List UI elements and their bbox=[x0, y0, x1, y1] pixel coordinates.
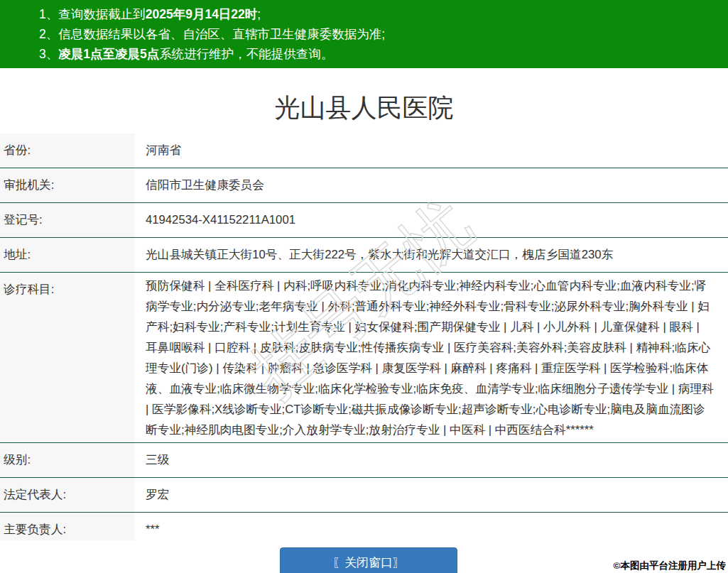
info-row-3: 登记号:41942534-X41152211A1001 bbox=[0, 203, 728, 238]
notice-line-2: 2、信息数据结果以各省、自治区、直辖市卫生健康委数据为准; bbox=[0, 24, 728, 44]
notice-bold-text: 2025年9月14日22时 bbox=[146, 7, 258, 21]
field-label: 审批机关: bbox=[0, 168, 135, 203]
field-value: 信阳市卫生健康委员会 bbox=[135, 168, 728, 203]
info-row-4: 地址:光山县城关镇正大街10号、正大街222号，紫水大街和光辉大道交汇口，槐店乡… bbox=[0, 238, 728, 273]
field-value: 河南省 bbox=[135, 133, 728, 168]
field-value: 光山县城关镇正大街10号、正大街222号，紫水大街和光辉大道交汇口，槐店乡国道2… bbox=[135, 238, 728, 273]
info-row-2: 审批机关:信阳市卫生健康委员会 bbox=[0, 168, 728, 203]
notice-number: 3、 bbox=[39, 47, 58, 61]
info-row-5: 诊疗科目:预防保健科 | 全科医疗科 | 内科;呼吸内科专业;消化内科专业;神经… bbox=[0, 273, 728, 443]
info-row-8: 主要负责人:*** bbox=[0, 513, 728, 541]
field-label: 主要负责人: bbox=[0, 513, 135, 541]
field-label: 省份: bbox=[0, 133, 135, 168]
notice-text: 信息数据结果以各省、自治区、直辖市卫生健康委数据为准; bbox=[58, 27, 385, 41]
field-label: 级别: bbox=[0, 443, 135, 478]
notice-bold-text: 凌晨1点至凌晨5点 bbox=[58, 47, 159, 61]
notice-text: ; bbox=[257, 7, 261, 21]
field-value: 罗宏 bbox=[135, 478, 728, 513]
hospital-info-table: 省份:河南省审批机关:信阳市卫生健康委员会登记号:41942534-X41152… bbox=[0, 133, 728, 540]
field-label: 法定代表人: bbox=[0, 478, 135, 513]
field-value: 预防保健科 | 全科医疗科 | 内科;呼吸内科专业;消化内科专业;神经内科专业;… bbox=[135, 273, 728, 443]
notice-list: 1、查询数据截止到2025年9月14日22时;2、信息数据结果以各省、自治区、直… bbox=[0, 4, 728, 64]
hospital-title: 光山县人民医院 bbox=[0, 94, 728, 122]
notice-banner: 1、查询数据截止到2025年9月14日22时;2、信息数据结果以各省、自治区、直… bbox=[0, 0, 728, 68]
field-value: 41942534-X41152211A1001 bbox=[135, 203, 728, 238]
notice-number: 2、 bbox=[39, 27, 58, 41]
field-value: *** bbox=[135, 513, 728, 541]
notice-number: 1、 bbox=[39, 7, 58, 21]
image-credit-footer: ©本图由平台注册用户上传 bbox=[614, 560, 726, 572]
notice-line-3: 3、凌晨1点至凌晨5点系统进行维护，不能提供查询。 bbox=[0, 44, 728, 64]
field-label: 地址: bbox=[0, 238, 135, 273]
info-row-1: 省份:河南省 bbox=[0, 133, 728, 168]
field-label: 登记号: bbox=[0, 203, 135, 238]
notice-text: 查询数据截止到 bbox=[58, 7, 146, 21]
notice-line-1: 1、查询数据截止到2025年9月14日22时; bbox=[0, 4, 728, 24]
close-window-button[interactable]: 〖关闭窗口〗 bbox=[280, 547, 457, 573]
notice-text: 系统进行维护，不能提供查询。 bbox=[159, 47, 333, 61]
info-row-7: 法定代表人:罗宏 bbox=[0, 478, 728, 513]
info-row-6: 级别:三级 bbox=[0, 443, 728, 478]
field-label: 诊疗科目: bbox=[0, 273, 135, 443]
field-value: 三级 bbox=[135, 443, 728, 478]
